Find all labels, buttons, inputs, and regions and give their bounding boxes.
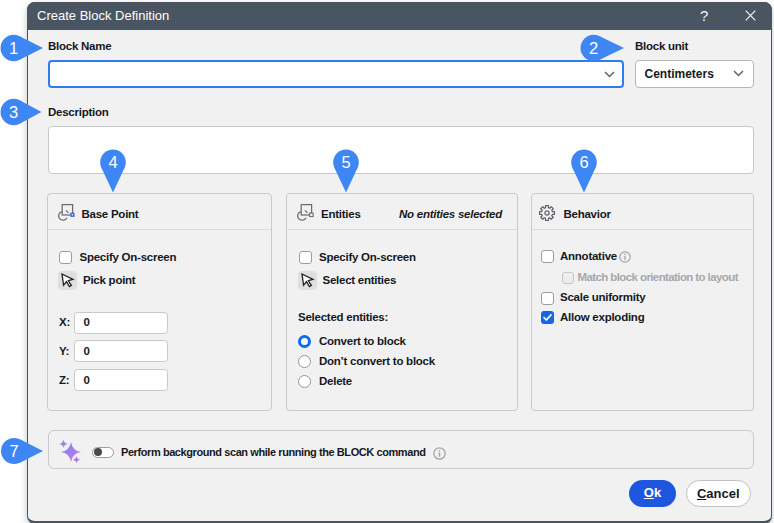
svg-text:2: 2 [589,39,598,57]
svg-text:4: 4 [108,153,117,171]
svg-text:7: 7 [9,442,18,460]
svg-text:3: 3 [9,103,18,121]
svg-text:6: 6 [579,153,588,171]
svg-text:5: 5 [341,153,350,171]
svg-text:1: 1 [9,39,18,57]
